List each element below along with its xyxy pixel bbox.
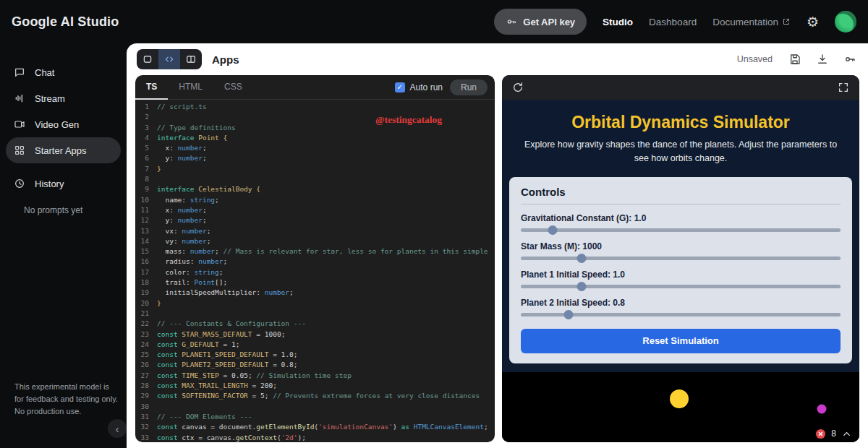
code-text: name: string; xyxy=(157,195,219,205)
tab-ts[interactable]: TS xyxy=(135,75,168,100)
code-text: const MAX_TRAIL_LENGTH = 200; xyxy=(157,381,277,391)
line-number: 29 xyxy=(135,391,157,401)
nav-dashboard[interactable]: Dashboard xyxy=(649,17,697,27)
code-line: 21 xyxy=(135,309,495,319)
external-link-icon xyxy=(782,17,791,26)
console-bar[interactable]: 8 xyxy=(502,425,859,442)
code-line: 13 vx: number; xyxy=(135,226,495,236)
nav-documentation-label: Documentation xyxy=(712,17,778,27)
code-text: interface CelestialBody { xyxy=(157,184,260,194)
sidebar-item-stream[interactable]: Stream xyxy=(6,85,121,111)
slider-label: Gravitational Constant (G): 1.0 xyxy=(521,213,841,223)
history-icon xyxy=(13,177,26,190)
line-number: 31 xyxy=(135,412,157,422)
code-text: mass: number; // Mass is relevant for st… xyxy=(157,246,488,257)
controls-card: Controls Gravitational Constant (G): 1.0… xyxy=(509,177,852,363)
line-number: 6 xyxy=(135,153,157,163)
save-icon[interactable] xyxy=(787,51,803,67)
tab-css[interactable]: CSS xyxy=(213,75,253,100)
preview-only-view-icon[interactable] xyxy=(137,49,158,69)
video-icon xyxy=(13,118,26,131)
code-text: color: string; xyxy=(157,267,224,277)
sidebar-collapse-button[interactable]: ‹ xyxy=(108,419,127,438)
download-icon[interactable] xyxy=(814,51,830,67)
api-key-toolbar-icon[interactable] xyxy=(842,51,858,67)
slider-thumb[interactable] xyxy=(576,254,586,263)
line-number: 21 xyxy=(135,309,157,319)
sidebar-item-chat[interactable]: Chat xyxy=(6,59,121,85)
sidebar-item-video-gen[interactable]: Video Gen xyxy=(6,111,121,137)
line-number: 7 xyxy=(135,164,157,174)
line-number: 18 xyxy=(135,277,157,288)
line-number: 32 xyxy=(135,422,157,432)
reset-simulation-button[interactable]: Reset Simulation xyxy=(521,329,841,353)
slider-thumb[interactable] xyxy=(564,310,574,319)
sidebar-item-label: Chat xyxy=(35,67,54,78)
slider[interactable] xyxy=(521,313,841,316)
header-actions: Get API key Studio Dashboard Documentati… xyxy=(494,9,856,35)
code-line: 24const G_DEFAULT = 1; xyxy=(135,340,495,350)
simulation-canvas[interactable] xyxy=(502,372,859,426)
run-button[interactable]: Run xyxy=(450,79,488,95)
code-line: 5 x: number; xyxy=(135,143,495,153)
view-toggle-group xyxy=(137,49,202,69)
code-line: 18 trail: Point[]; xyxy=(135,277,495,288)
stream-icon xyxy=(13,92,26,105)
line-number: 12 xyxy=(135,215,157,225)
nav-studio[interactable]: Studio xyxy=(603,17,633,27)
watermark: @testingcatalog xyxy=(375,114,442,126)
refresh-icon[interactable] xyxy=(512,82,524,93)
fullscreen-icon[interactable] xyxy=(838,82,849,93)
main-area: Apps Unsaved xyxy=(127,43,868,448)
planet xyxy=(817,404,827,413)
sidebar-item-starter-apps[interactable]: Starter Apps xyxy=(6,137,121,163)
nav-documentation[interactable]: Documentation xyxy=(712,17,791,27)
split-view-icon[interactable] xyxy=(180,49,202,69)
code-area[interactable]: @testingcatalog 1// script.ts23// Type d… xyxy=(135,100,495,442)
slider-label: Planet 1 Initial Speed: 1.0 xyxy=(521,270,841,280)
code-text: y: number; xyxy=(157,153,207,163)
code-line: 32const canvas = document.getElementById… xyxy=(135,422,495,432)
tab-html[interactable]: HTML xyxy=(168,75,213,100)
sidebar-item-history[interactable]: History xyxy=(6,171,121,197)
auto-run-checkbox[interactable]: ✓ xyxy=(395,82,405,92)
settings-gear-icon[interactable]: ⚙ xyxy=(807,15,819,29)
line-number: 16 xyxy=(135,257,157,267)
slider-thumb[interactable] xyxy=(576,282,586,291)
sidebar-item-label: Stream xyxy=(35,93,65,104)
code-line: 29const SOFTENING_FACTOR = 5; // Prevent… xyxy=(135,391,495,401)
code-text: x: number; xyxy=(157,205,207,215)
sidebar: ChatStreamVideo GenStarter AppsHistory N… xyxy=(0,43,127,448)
code-text: // script.ts xyxy=(157,102,207,112)
code-line: 10 name: string; xyxy=(135,195,495,205)
slider[interactable] xyxy=(521,228,841,232)
user-avatar[interactable] xyxy=(835,11,856,33)
line-number: 24 xyxy=(135,340,157,350)
code-line: 7} xyxy=(135,164,495,174)
code-text: } xyxy=(157,298,161,309)
preview-body: Orbital Dynamics Simulator Explore how g… xyxy=(502,100,859,442)
slider-thumb[interactable] xyxy=(548,225,558,235)
line-number: 13 xyxy=(135,226,157,236)
sidebar-item-label: Starter Apps xyxy=(35,145,87,156)
code-line: 28const MAX_TRAIL_LENGTH = 200; xyxy=(135,381,495,391)
code-view-icon[interactable] xyxy=(158,49,180,69)
slider[interactable] xyxy=(521,257,841,260)
code-text: const TIME_STEP = 0.05; // Simulation ti… xyxy=(157,371,352,381)
slider[interactable] xyxy=(521,285,841,288)
line-number: 23 xyxy=(135,329,157,340)
code-text: const canvas = document.getElementById('… xyxy=(157,422,488,432)
workspace-panels: TS HTML CSS ✓ Auto run Run @testingcatal… xyxy=(127,75,868,448)
code-text: // --- Constants & Configuration --- xyxy=(157,319,306,329)
auto-run-toggle[interactable]: ✓ Auto run xyxy=(395,82,443,92)
slider-row: Gravitational Constant (G): 1.0 xyxy=(521,213,841,232)
code-line: 33const ctx = canvas.getContext('2d'); xyxy=(135,433,495,443)
simulator-title: Orbital Dynamics Simulator xyxy=(509,113,852,132)
code-line: 22// --- Constants & Configuration --- xyxy=(135,319,495,329)
code-line: 15 mass: number; // Mass is relevant for… xyxy=(135,246,495,257)
line-number: 3 xyxy=(135,123,157,133)
star xyxy=(670,389,689,408)
line-number: 2 xyxy=(135,112,157,122)
line-number: 14 xyxy=(135,236,157,246)
get-api-key-button[interactable]: Get API key xyxy=(494,9,587,35)
